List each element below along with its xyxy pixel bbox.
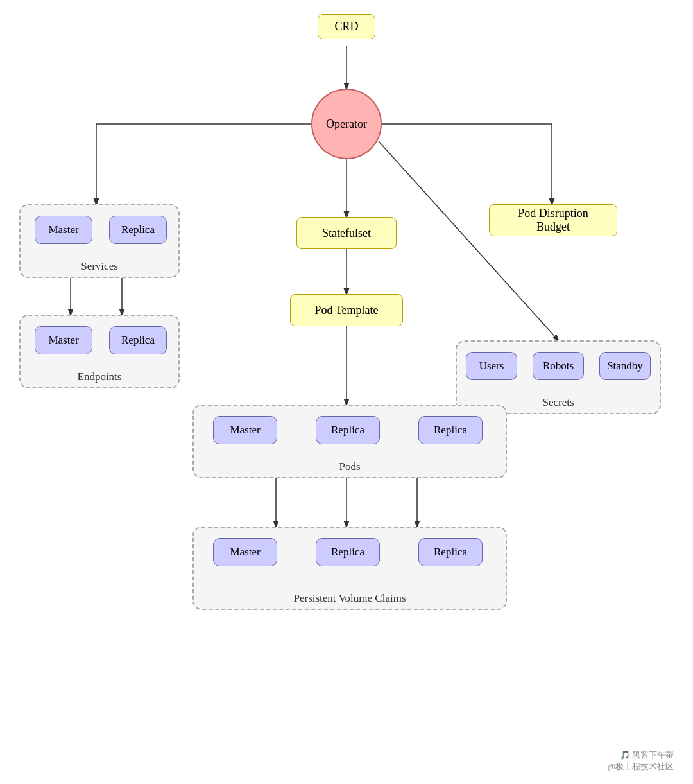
pods-group: Master Replica Replica Pods xyxy=(193,405,507,478)
operator-node: Operator xyxy=(311,89,382,159)
endpoints-label: Endpoints xyxy=(21,370,178,383)
pvc-label: Persistent Volume Claims xyxy=(194,592,506,605)
svg-line-6 xyxy=(379,141,558,340)
statefulset-node: Statefulset xyxy=(296,217,397,249)
services-label: Services xyxy=(21,260,178,273)
watermark: 🎵 黑客下午茶 @极工程技术社区 xyxy=(608,749,674,772)
pods-replica2-node: Replica xyxy=(418,416,483,444)
pvc-group: Master Replica Replica Persistent Volume… xyxy=(193,527,507,610)
endpoints-master-node: Master xyxy=(35,326,92,354)
crd-node: CRD xyxy=(318,14,375,39)
pod-disruption-budget-node: Pod Disruption Budget xyxy=(489,204,617,236)
pod-template-node: Pod Template xyxy=(290,294,403,326)
pods-label: Pods xyxy=(194,460,506,473)
secrets-group: Users Robots Standby Secrets xyxy=(456,340,661,414)
services-group: Master Replica Services xyxy=(19,204,180,278)
endpoints-group: Master Replica Endpoints xyxy=(19,315,180,388)
secrets-standby-node: Standby xyxy=(599,352,651,380)
pods-master-node: Master xyxy=(213,416,277,444)
secrets-robots-node: Robots xyxy=(533,352,584,380)
pvc-replica1-node: Replica xyxy=(316,538,380,566)
pvc-replica2-node: Replica xyxy=(418,538,483,566)
pvc-master-node: Master xyxy=(213,538,277,566)
services-replica-node: Replica xyxy=(109,216,167,244)
diagram: CRD Operator Master Replica Services Mas… xyxy=(0,0,693,784)
services-master-node: Master xyxy=(35,216,92,244)
pods-replica1-node: Replica xyxy=(316,416,380,444)
secrets-users-node: Users xyxy=(466,352,517,380)
endpoints-replica-node: Replica xyxy=(109,326,167,354)
